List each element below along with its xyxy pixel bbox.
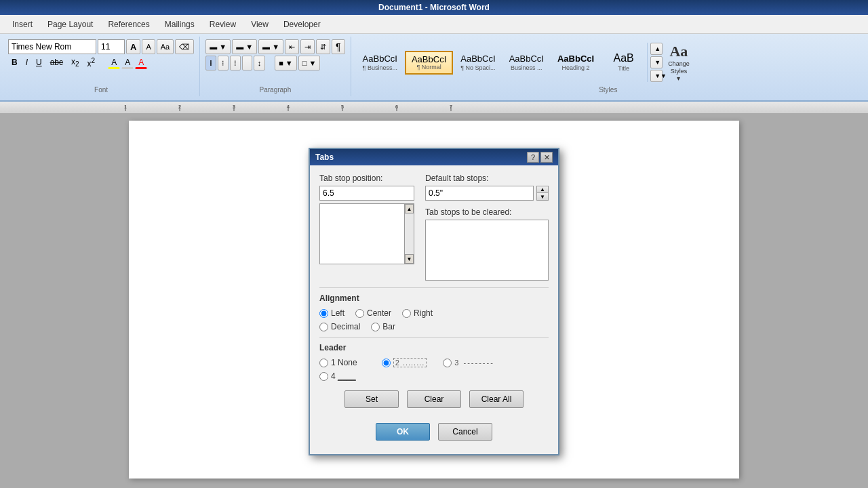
dialog-close-button[interactable]: ✕ (540, 152, 553, 163)
leader-underline-radio[interactable]: 4 ____ (319, 371, 356, 381)
line-spacing-button[interactable]: ↕ (254, 56, 266, 70)
cancel-button[interactable]: Cancel (438, 423, 492, 441)
menu-item-developer[interactable]: Developer (277, 17, 328, 32)
bullets-button[interactable]: ▬ ▼ (205, 39, 231, 54)
style-item-business1[interactable]: AaBbCcI ¶ Business... (357, 51, 403, 75)
menu-item-review[interactable]: Review (203, 17, 243, 32)
borders-button[interactable]: □ ▼ (298, 56, 321, 70)
font-grow-button[interactable]: A (126, 39, 140, 54)
set-button[interactable]: Set (344, 390, 399, 408)
align-bar-input[interactable] (371, 323, 380, 331)
clear-all-button[interactable]: Clear All (469, 390, 524, 408)
leader-section: Leader 1 None 2 ........ 3 -------- (319, 343, 549, 381)
clear-button[interactable]: Clear (407, 390, 461, 408)
style-item-normal[interactable]: AaBbCcI ¶ Normal (405, 51, 453, 75)
strikethrough-button[interactable]: abc (47, 56, 66, 69)
multilevel-button[interactable]: ▬ ▼ (258, 39, 283, 54)
align-left-button[interactable]: ⁞ (205, 56, 216, 70)
bold-button[interactable]: B (8, 56, 21, 69)
align-center-button[interactable]: ⁝ (218, 56, 229, 70)
tabs-to-clear-listbox[interactable] (425, 220, 549, 281)
font-color2-button[interactable]: A (135, 56, 147, 69)
spinner-down-button[interactable]: ▼ (537, 193, 548, 200)
style-preview-normal: AaBbCcI (412, 55, 446, 64)
default-tab-col: Default tab stops: ▲ ▼ Tab stops to be c… (425, 174, 549, 281)
align-center-radio[interactable]: Center (355, 308, 391, 318)
styles-scroll-down-button[interactable]: ▼ (650, 56, 663, 68)
underline-button[interactable]: U (33, 56, 45, 69)
tab-stop-listbox[interactable]: ▲ ▼ (319, 203, 414, 264)
font-size-input[interactable] (98, 39, 125, 54)
spinner-up-button[interactable]: ▲ (537, 186, 548, 193)
svg-text:7: 7 (450, 104, 453, 110)
align-right-button[interactable]: ⁞ (230, 56, 241, 70)
leader-dots-radio[interactable]: 2 ........ (382, 358, 427, 367)
tab-stop-input[interactable] (319, 186, 414, 201)
svg-text:6: 6 (395, 104, 399, 110)
menu-item-mailings[interactable]: Mailings (158, 17, 201, 32)
justify-button[interactable] (242, 56, 252, 70)
subscript-button[interactable]: x2 (68, 56, 83, 69)
menu-item-pagelayout[interactable]: Page Layout (41, 17, 100, 32)
tab-stop-label: Tab stop position: (319, 174, 414, 183)
ok-button[interactable]: OK (376, 423, 430, 441)
italic-button[interactable]: I (22, 56, 31, 69)
align-left-radio[interactable]: Left (319, 308, 344, 318)
style-item-title[interactable]: AaB Title (601, 49, 646, 75)
style-item-nospace[interactable]: AaBbCcI ¶ No Spaci... (454, 51, 501, 75)
styles-scroll-up-button[interactable]: ▲ (650, 43, 663, 55)
align-center-input[interactable] (355, 309, 364, 318)
menu-item-references[interactable]: References (101, 17, 156, 32)
show-formatting-button[interactable]: ¶ (332, 39, 345, 54)
font-shrink-button[interactable]: A (142, 39, 155, 54)
default-tab-spinner: ▲ ▼ (536, 186, 549, 201)
clear-formatting-button[interactable]: ⌫ (175, 39, 194, 54)
decrease-indent-button[interactable]: ⇤ (285, 39, 299, 54)
align-decimal-input[interactable] (319, 323, 328, 331)
font-color-button[interactable]: A (121, 56, 134, 69)
svg-text:1: 1 (124, 104, 127, 110)
font-case-button[interactable]: Aa (157, 39, 174, 54)
dialog-content: Tab stop position: ▲ ▼ (310, 165, 558, 454)
change-styles-icon: Aa (669, 43, 688, 60)
svg-text:3: 3 (233, 104, 236, 110)
leader-dashes-radio[interactable]: 3 -------- (443, 358, 494, 367)
numbering-button[interactable]: ▬ ▼ (232, 39, 257, 54)
listbox-scroll-down[interactable]: ▼ (405, 254, 414, 264)
increase-indent-button[interactable]: ⇥ (300, 39, 315, 54)
listbox-scroll-up[interactable]: ▲ (405, 204, 414, 214)
style-preview-business2: AaBbCcI (509, 54, 544, 63)
align-bar-radio[interactable]: Bar (371, 322, 395, 331)
align-decimal-radio[interactable]: Decimal (319, 322, 360, 331)
tab-stop-col: Tab stop position: ▲ ▼ (319, 174, 414, 281)
font-name-input[interactable] (8, 39, 96, 54)
superscript-button[interactable]: x2 (84, 56, 99, 69)
shading-button[interactable]: ■ ▼ (275, 56, 297, 70)
align-right-radio[interactable]: Right (402, 308, 433, 318)
leader-dots-input[interactable] (382, 359, 391, 367)
text-highlight-button[interactable]: A (108, 56, 120, 69)
top-row: Tab stop position: ▲ ▼ (319, 174, 549, 281)
leader-none-input[interactable] (319, 359, 328, 367)
menu-item-view[interactable]: View (244, 17, 275, 32)
leader-underline-input[interactable] (319, 372, 328, 381)
align-right-input[interactable] (402, 309, 411, 318)
style-preview-heading2: AaBbCcI (557, 54, 594, 63)
document-area[interactable]: Tabs ? ✕ Tab stop position: (0, 114, 868, 485)
dialog-overlay: Tabs ? ✕ Tab stop position: (0, 114, 868, 485)
leader-dashes-input[interactable] (443, 359, 452, 367)
dialog-help-button[interactable]: ? (527, 152, 539, 163)
style-item-heading2[interactable]: AaBbCcI Heading 2 (551, 51, 600, 75)
change-styles-button[interactable]: Aa ChangeStyles ▾ (664, 40, 692, 85)
style-item-business2[interactable]: AaBbCcI Business ... (503, 51, 550, 75)
align-left-input[interactable] (319, 309, 328, 318)
default-tab-input[interactable] (425, 186, 534, 201)
styles-expand-button[interactable]: ▼▼ (650, 70, 663, 82)
ribbon: A A Aa ⌫ B I U abc x2 x2 A A A (0, 34, 868, 102)
svg-text:2: 2 (178, 104, 182, 110)
sort-button[interactable]: ⇵ (316, 39, 330, 54)
default-tab-row: ▲ ▼ (425, 186, 549, 201)
leader-none-radio[interactable]: 1 None (319, 358, 357, 367)
menu-item-insert[interactable]: Insert (5, 17, 39, 32)
ruler: 1 2 3 4 5 6 7 (0, 102, 868, 114)
